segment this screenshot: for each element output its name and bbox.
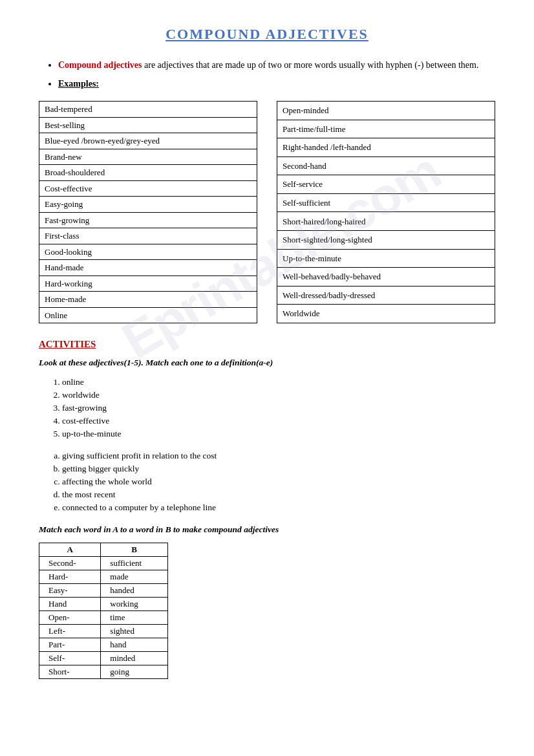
- compound-label: Compound adjectives: [58, 60, 142, 70]
- match-table-cell: Short-: [39, 665, 101, 679]
- right-table-cell: Well-behaved/badly-behaved: [277, 268, 495, 286]
- left-table-cell: Bad-tempered: [39, 102, 257, 118]
- bullet-list: Compound adjectives are adjectives that …: [39, 58, 495, 91]
- match-table-cell: Left-: [39, 625, 101, 638]
- lettered-item: the most recent: [62, 490, 495, 500]
- right-table-cell: Second-hand: [277, 157, 495, 175]
- numbered-item: online: [62, 377, 495, 387]
- match-table-header: A: [39, 543, 101, 557]
- lettered-item: connected to a computer by a telephone l…: [62, 502, 495, 513]
- right-table-cell: Up-to-the-minute: [277, 249, 495, 268]
- left-table-cell: Cost-effective: [39, 180, 257, 197]
- lettered-list: giving sufficient profit in relation to …: [39, 451, 495, 513]
- left-table-cell: Hard-working: [39, 275, 257, 292]
- right-table-cell: Part-time/full-time: [277, 120, 495, 138]
- definition-text: are adjectives that are made up of two o…: [142, 60, 479, 70]
- left-table-cell: Easy-going: [39, 197, 257, 213]
- match-table-cell: Self-: [39, 652, 101, 665]
- match-table-cell: handed: [101, 584, 168, 598]
- match-table-cell: time: [101, 611, 168, 625]
- examples-item: Examples:: [58, 77, 495, 91]
- match-table: ABSecond-sufficientHard-madeEasy-handedH…: [39, 543, 168, 679]
- lettered-item: getting bigger quickly: [62, 464, 495, 474]
- right-table-cell: Self-sufficient: [277, 193, 495, 212]
- activity1-instruction: Look at these adjectives(1-5). Match eac…: [39, 358, 495, 368]
- match-table-cell: sufficient: [101, 557, 168, 570]
- right-examples-table: Open-mindedPart-time/full-timeRight-hand…: [277, 101, 495, 323]
- match-table-cell: Part-: [39, 638, 101, 652]
- examples-label: Examples:: [58, 79, 99, 89]
- left-table-cell: Good-looking: [39, 244, 257, 260]
- numbered-item: worldwide: [62, 390, 495, 400]
- left-table-cell: Brand-new: [39, 149, 257, 165]
- match-table-cell: Hard-: [39, 570, 101, 584]
- right-table-cell: Open-minded: [277, 102, 495, 120]
- activities-title: ACTIVITIES: [39, 339, 495, 350]
- left-table-cell: Blue-eyed /brown-eyed/grey-eyed: [39, 133, 257, 149]
- right-table-cell: Well-dressed/badly-dressed: [277, 286, 495, 305]
- right-table-cell: Right-handed /left-handed: [277, 138, 495, 157]
- left-examples-table: Bad-temperedBest-sellingBlue-eyed /brown…: [39, 101, 257, 323]
- examples-tables: Bad-temperedBest-sellingBlue-eyed /brown…: [39, 101, 495, 323]
- match-table-cell: sighted: [101, 625, 168, 638]
- right-table-cell: Self-service: [277, 175, 495, 194]
- match-table-cell: Hand: [39, 598, 101, 611]
- left-table-cell: Hand-made: [39, 260, 257, 276]
- intro-section: Compound adjectives are adjectives that …: [39, 58, 495, 91]
- match-table-cell: Easy-: [39, 584, 101, 598]
- left-table-cell: Best-selling: [39, 117, 257, 133]
- left-table-cell: First-class: [39, 228, 257, 244]
- lettered-item: giving sufficient profit in relation to …: [62, 451, 495, 461]
- numbered-item: fast-growing: [62, 403, 495, 413]
- match-table-cell: minded: [101, 652, 168, 665]
- left-table-cell: Broad-shouldered: [39, 165, 257, 181]
- definition-item: Compound adjectives are adjectives that …: [58, 58, 495, 72]
- match-table-cell: hand: [101, 638, 168, 652]
- match-table-cell: working: [101, 598, 168, 611]
- match-table-cell: going: [101, 665, 168, 679]
- numbered-list: onlineworldwidefast-growingcost-effectiv…: [39, 377, 495, 439]
- match-table-cell: Second-: [39, 557, 101, 570]
- left-table-cell: Online: [39, 307, 257, 323]
- lettered-item: affecting the whole world: [62, 477, 495, 487]
- left-table-cell: Home-made: [39, 292, 257, 308]
- right-table-cell: Worldwide: [277, 305, 495, 323]
- right-table-cell: Short-sighted/long-sighted: [277, 231, 495, 250]
- match-table-header: B: [101, 543, 168, 557]
- page-title: COMPOUND ADJECTIVES: [39, 26, 495, 43]
- numbered-item: up-to-the-minute: [62, 429, 495, 439]
- right-table-cell: Short-haired/long-haired: [277, 212, 495, 231]
- match-table-cell: Open-: [39, 611, 101, 625]
- numbered-item: cost-effective: [62, 416, 495, 426]
- match-table-cell: made: [101, 570, 168, 584]
- match-instruction: Match each word in A to a word in B to m…: [39, 524, 495, 535]
- left-table-cell: Fast-growing: [39, 212, 257, 228]
